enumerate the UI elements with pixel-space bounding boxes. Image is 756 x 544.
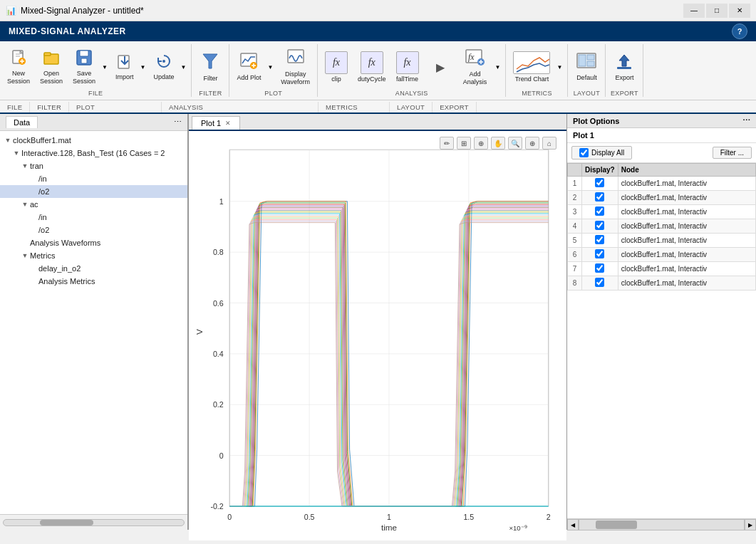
display-all-button[interactable]: Display All xyxy=(571,146,632,159)
save-session-button[interactable]: SaveSession xyxy=(68,44,100,90)
close-button[interactable]: ✕ xyxy=(729,4,750,18)
display-checkbox-cell[interactable] xyxy=(582,234,618,248)
save-session-label: SaveSession xyxy=(73,70,95,85)
import-dropdown-arrow[interactable]: ▼ xyxy=(138,44,148,90)
help-button[interactable]: ? xyxy=(732,23,747,39)
falltime-button[interactable]: fx fallTime xyxy=(392,44,423,90)
tree-node-label: /o2 xyxy=(38,187,49,196)
pan-tool[interactable]: ✋ xyxy=(491,137,505,150)
display-checkbox[interactable] xyxy=(595,221,604,230)
home-tool[interactable]: ⌂ xyxy=(542,137,556,150)
display-checkbox[interactable] xyxy=(595,178,604,187)
right-panel-menu-icon[interactable]: ⋯ xyxy=(742,116,750,125)
tree-node-label: /o2 xyxy=(38,226,49,234)
left-panel-menu-icon[interactable]: ⋯ xyxy=(174,117,182,127)
list-item[interactable]: Analysis Waveforms xyxy=(0,236,187,249)
plot-tab-close[interactable]: ✕ xyxy=(225,120,231,127)
table-row[interactable]: 1 clockBuffer1.mat, Interactiv xyxy=(568,177,756,191)
trend-chart-split: Trend Chart ▼ xyxy=(509,44,564,90)
select-tool[interactable]: ⊞ xyxy=(457,137,471,150)
new-session-button[interactable]: NewSession xyxy=(3,44,34,90)
display-checkbox[interactable] xyxy=(595,278,604,287)
save-session-split: SaveSession ▼ xyxy=(68,44,110,90)
display-all-checkbox[interactable] xyxy=(579,148,589,157)
list-item[interactable]: delay_in_o2 xyxy=(0,262,187,275)
left-scrollbar-track[interactable] xyxy=(3,519,185,526)
plot-tab-1[interactable]: Plot 1 ✕ xyxy=(192,116,240,130)
list-item[interactable]: ▼ Interactive.128, Bash_Test (16 Cases =… xyxy=(0,147,187,159)
trend-chart-button[interactable]: Trend Chart xyxy=(509,44,554,90)
zoom-out-tool[interactable]: 🔍 xyxy=(508,137,522,150)
filter-button[interactable]: Filter xyxy=(195,44,226,90)
default-button[interactable]: Default xyxy=(571,44,602,90)
scroll-track[interactable] xyxy=(579,519,745,530)
display-checkbox-cell[interactable] xyxy=(582,262,618,276)
trend-chart-dropdown[interactable]: ▼ xyxy=(554,44,564,90)
node-name: clockBuffer1.mat, Interactiv xyxy=(618,219,755,234)
import-button[interactable]: Import xyxy=(111,44,138,90)
import-label: Import xyxy=(115,73,134,81)
list-item[interactable]: ▼ Metrics xyxy=(0,249,187,262)
export-button[interactable]: Export xyxy=(609,44,640,90)
add-plot-button[interactable]: Add Plot xyxy=(232,44,265,90)
display-checkbox[interactable] xyxy=(595,192,604,202)
add-analysis-button[interactable]: fx AddAnalysis xyxy=(457,44,493,90)
display-checkbox[interactable] xyxy=(595,206,604,216)
list-item[interactable]: ▼ ac xyxy=(0,198,187,211)
display-checkbox-cell[interactable] xyxy=(582,177,618,191)
list-item[interactable]: /in xyxy=(0,172,187,185)
table-row[interactable]: 3 clockBuffer1.mat, Interactiv xyxy=(568,205,756,219)
display-checkbox[interactable] xyxy=(595,249,604,258)
display-checkbox-cell[interactable] xyxy=(582,276,618,291)
display-checkbox[interactable] xyxy=(595,263,604,273)
display-checkbox-cell[interactable] xyxy=(582,205,618,219)
scroll-left-arrow[interactable]: ◀ xyxy=(567,519,579,530)
draw-tool[interactable]: ✏ xyxy=(440,137,454,150)
update-dropdown-arrow[interactable]: ▼ xyxy=(178,44,188,90)
data-tab[interactable]: Data xyxy=(6,116,38,128)
maximize-button[interactable]: □ xyxy=(706,4,727,18)
display-checkbox[interactable] xyxy=(595,235,604,244)
list-item[interactable]: /o2 xyxy=(0,224,187,236)
table-row[interactable]: 8 clockBuffer1.mat, Interactiv xyxy=(568,276,756,291)
more-analysis-button[interactable]: ▶ xyxy=(425,44,456,90)
node-name: clockBuffer1.mat, Interactiv xyxy=(618,262,755,276)
display-checkbox-cell[interactable] xyxy=(582,191,618,205)
filter-nodes-button[interactable]: Filter ... xyxy=(713,147,752,159)
display-checkbox-cell[interactable] xyxy=(582,219,618,234)
list-item[interactable]: /in xyxy=(0,211,187,224)
table-row[interactable]: 6 clockBuffer1.mat, Interactiv xyxy=(568,248,756,262)
display-waveform-button[interactable]: DisplayWaveform xyxy=(276,44,314,90)
new-session-icon xyxy=(10,49,27,68)
list-item[interactable]: Analysis Metrics xyxy=(0,275,187,288)
update-button[interactable]: Update xyxy=(149,44,178,90)
clip-button[interactable]: fx clip xyxy=(321,44,352,90)
zoom-in-tool[interactable]: ⊕ xyxy=(525,137,539,150)
table-row[interactable]: 4 clockBuffer1.mat, Interactiv xyxy=(568,219,756,234)
dutycycle-button[interactable]: fx dutyCycle xyxy=(353,44,390,90)
tree-node-label: Analysis Metrics xyxy=(38,277,95,286)
open-session-button[interactable]: OpenSession xyxy=(36,44,67,90)
list-item[interactable]: ▼ tran xyxy=(0,159,187,172)
svg-text:0.5: 0.5 xyxy=(304,513,315,521)
add-marker-tool[interactable]: ⊕ xyxy=(474,137,488,150)
tree-node-label: Interactive.128, Bash_Test (16 Cases = 2 xyxy=(21,149,165,157)
analysis-group-label: ANALYSIS xyxy=(321,90,502,98)
table-row[interactable]: 5 clockBuffer1.mat, Interactiv xyxy=(568,234,756,248)
minimize-button[interactable]: — xyxy=(683,4,705,18)
nodes-table: Display? Node 1 clockBuffer1.mat, Intera… xyxy=(567,163,756,291)
svg-text:0: 0 xyxy=(219,451,224,460)
add-analysis-dropdown[interactable]: ▼ xyxy=(493,44,503,90)
table-row[interactable]: 2 clockBuffer1.mat, Interactiv xyxy=(568,191,756,205)
table-row[interactable]: 7 clockBuffer1.mat, Interactiv xyxy=(568,262,756,276)
list-item[interactable]: /o2 xyxy=(0,185,187,198)
scroll-right-arrow[interactable]: ▶ xyxy=(745,519,756,530)
svg-text:V: V xyxy=(195,329,204,335)
list-item[interactable]: ▼ clockBuffer1.mat xyxy=(0,134,187,147)
display-checkbox-cell[interactable] xyxy=(582,248,618,262)
svg-text:1.5: 1.5 xyxy=(463,513,474,521)
left-panel-header: Data ⋯ xyxy=(0,114,187,131)
add-plot-dropdown[interactable]: ▼ xyxy=(265,44,275,90)
app-header: MIXED-SIGNAL ANALYZER ? xyxy=(0,21,756,41)
save-dropdown-arrow[interactable]: ▼ xyxy=(100,44,110,90)
